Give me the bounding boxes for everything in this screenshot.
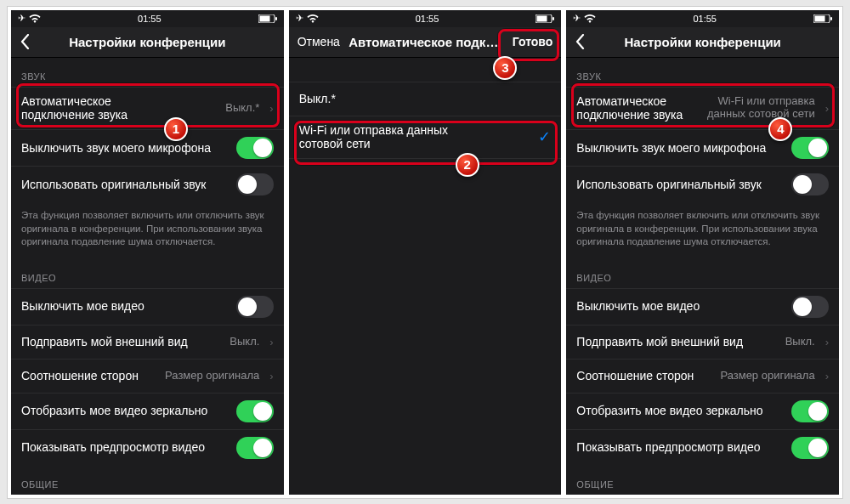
row-aspect-ratio[interactable]: Соотношение сторон Размер оригинала ›	[566, 359, 839, 393]
section-video: ВИДЕО	[11, 259, 284, 288]
status-bar: ✈︎ 01:55	[11, 10, 284, 27]
svg-rect-4	[537, 15, 547, 21]
row-label: Выключить звук моего микрофона	[576, 141, 785, 156]
chevron-right-icon: ›	[269, 370, 273, 382]
back-button[interactable]	[566, 27, 593, 57]
row-value: Размер оригинала	[165, 370, 259, 382]
row-value: Размер оригинала	[720, 370, 814, 382]
row-value: Выкл.	[785, 336, 815, 348]
toggle-mute-video[interactable]	[236, 296, 274, 318]
row-mirror-video[interactable]: Отобразить мое видео зеркально	[11, 393, 284, 429]
row-auto-audio[interactable]: Автоматическое подключение звука Wi-Fi и…	[566, 87, 839, 130]
section-general: ОБЩИЕ	[11, 466, 284, 495]
row-mute-video[interactable]: Выключить мое видео	[11, 288, 284, 325]
nav-bar: Отмена Автоматическое подкл… Готово	[289, 27, 562, 58]
row-value: Wi-Fi или отправка	[718, 94, 815, 107]
airplane-icon: ✈︎	[573, 13, 581, 24]
row-touch-up[interactable]: Подправить мой внешний вид Выкл. ›	[566, 325, 839, 359]
options-list: Выкл.* Wi-Fi или отправка данных сотовой…	[289, 58, 562, 495]
screen-settings-before: ✈︎ 01:55 Настройки конференции ЗВУК	[11, 10, 284, 495]
cancel-button[interactable]: Отмена	[289, 27, 348, 57]
nav-title: Настройки конференции	[69, 35, 225, 49]
chevron-right-icon: ›	[269, 102, 273, 115]
done-button[interactable]: Готово	[504, 27, 562, 57]
status-bar: ✈︎ 01:55	[289, 10, 562, 27]
section-footer: Эта функция позволяет включить или отклю…	[11, 202, 284, 259]
row-show-preview[interactable]: Показывать предпросмотр видео	[566, 429, 839, 466]
chevron-left-icon	[575, 34, 585, 49]
row-label: Показывать предпросмотр видео	[576, 440, 785, 455]
status-bar: ✈︎ 01:55	[566, 10, 839, 27]
clock: 01:55	[693, 14, 717, 24]
airplane-icon: ✈︎	[18, 13, 26, 24]
option-off[interactable]: Выкл.*	[289, 82, 562, 116]
row-label: Использовать оригинальный звук	[21, 178, 230, 192]
toggle-mute-mic[interactable]	[236, 137, 274, 159]
row-show-preview[interactable]: Показывать предпросмотр видео	[11, 429, 284, 466]
row-label: Подправить мой внешний вид	[576, 335, 778, 349]
checkmark-icon: ✓	[538, 127, 551, 146]
option-label: Wi-Fi или отправка данных	[299, 123, 448, 137]
section-video: ВИДЕО	[566, 259, 839, 288]
row-label: Подправить мой внешний вид	[21, 335, 223, 349]
row-aspect-ratio[interactable]: Соотношение сторон Размер оригинала ›	[11, 359, 284, 393]
nav-bar: Настройки конференции	[11, 27, 284, 58]
wifi-icon	[29, 14, 41, 23]
settings-list: ЗВУК Автоматическое подключение звука Вы…	[11, 58, 284, 495]
row-label: Соотношение сторон	[21, 369, 158, 383]
row-mute-mic[interactable]: Выключить звук моего микрофона	[566, 129, 839, 166]
row-label: Показывать предпросмотр видео	[21, 440, 230, 455]
chevron-right-icon: ›	[825, 370, 829, 382]
clock: 01:55	[416, 14, 439, 24]
row-auto-audio[interactable]: Автоматическое подключение звука Выкл.* …	[11, 87, 284, 130]
row-label: Выключить звук моего микрофона	[21, 141, 230, 156]
toggle-mirror-video[interactable]	[791, 400, 829, 422]
row-label: Соотношение сторон	[576, 369, 713, 383]
chevron-right-icon: ›	[825, 102, 829, 115]
toggle-show-preview[interactable]	[791, 437, 829, 459]
toggle-original-sound[interactable]	[236, 173, 274, 195]
row-mirror-video[interactable]: Отобразить мое видео зеркально	[566, 393, 839, 429]
option-label: Выкл.*	[299, 92, 552, 106]
toggle-original-sound[interactable]	[791, 173, 829, 195]
battery-icon	[813, 14, 832, 23]
option-wifi-cellular[interactable]: Wi-Fi или отправка данных сотовой сети ✓	[289, 116, 562, 160]
row-mute-video[interactable]: Выключить мое видео	[566, 288, 839, 325]
screen-picker: ✈︎ 01:55 Отмена Автоматическое подкл… Го…	[289, 10, 562, 495]
svg-rect-7	[815, 15, 825, 21]
row-original-sound[interactable]: Использовать оригинальный звук	[11, 166, 284, 202]
back-button[interactable]	[11, 27, 38, 57]
svg-rect-1	[259, 15, 269, 21]
nav-title: Настройки конференции	[625, 35, 781, 49]
row-value: данных сотовой сети	[707, 107, 815, 120]
chevron-right-icon: ›	[825, 336, 829, 348]
option-label: сотовой сети	[299, 137, 532, 151]
row-value: Выкл.	[230, 336, 259, 348]
triptych: ✈︎ 01:55 Настройки конференции ЗВУК	[7, 6, 843, 499]
settings-list: ЗВУК Автоматическое подключение звука Wi…	[566, 58, 839, 495]
row-original-sound[interactable]: Использовать оригинальный звук	[566, 166, 839, 202]
row-label: Выключить мое видео	[21, 299, 230, 314]
row-label: Автоматическое	[576, 94, 666, 108]
screen-settings-after: ✈︎ 01:55 Настройки конференции ЗВУК	[566, 10, 839, 495]
toggle-show-preview[interactable]	[236, 437, 274, 459]
section-sound: ЗВУК	[11, 58, 284, 87]
section-general: ОБЩИЕ	[566, 466, 839, 495]
row-touch-up[interactable]: Подправить мой внешний вид Выкл. ›	[11, 325, 284, 359]
nav-bar: Настройки конференции	[566, 27, 839, 58]
airplane-icon: ✈︎	[296, 13, 303, 24]
battery-icon	[258, 14, 277, 23]
toggle-mute-mic[interactable]	[791, 137, 829, 159]
toggle-mute-video[interactable]	[791, 296, 829, 318]
nav-title: Автоматическое подкл…	[348, 35, 502, 49]
row-mute-mic[interactable]: Выключить звук моего микрофона	[11, 129, 284, 166]
row-label: подключение звука	[21, 108, 218, 122]
row-label: подключение звука	[576, 108, 700, 122]
row-value: Выкл.*	[225, 102, 259, 115]
row-label: Автоматическое	[21, 94, 111, 108]
row-label: Отобразить мое видео зеркально	[576, 404, 785, 418]
svg-rect-5	[552, 17, 554, 20]
toggle-mirror-video[interactable]	[236, 400, 274, 422]
wifi-icon	[307, 14, 319, 23]
row-label: Отобразить мое видео зеркально	[21, 404, 230, 418]
